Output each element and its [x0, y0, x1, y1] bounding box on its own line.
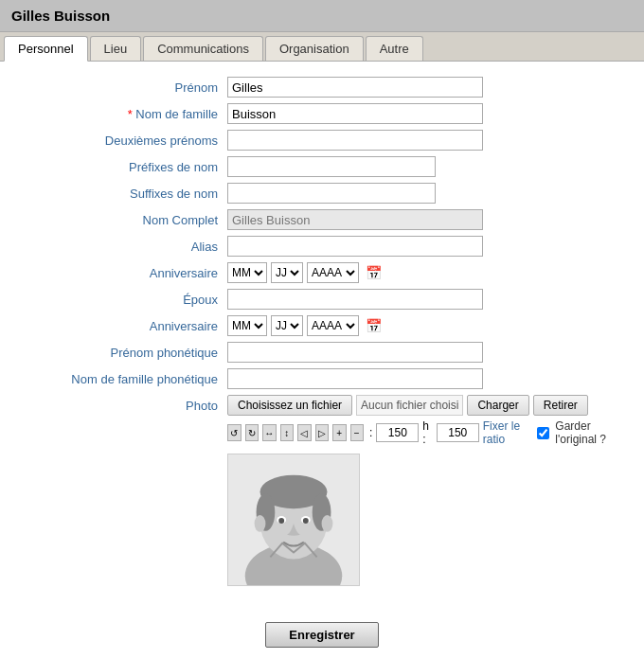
- prefixes-nom-label: Préfixes de nom: [19, 160, 227, 174]
- epoux-row: Époux: [19, 289, 625, 310]
- svg-point-9: [278, 518, 284, 524]
- move-left-icon[interactable]: ◁: [297, 424, 312, 441]
- image-tools-bar: ↺ ↻ ↔ ↕ ◁ ▷ + − : h : Fixer le ratio Gar…: [227, 419, 625, 446]
- spouse-birthday-year-select[interactable]: AAAA: [307, 315, 359, 336]
- zoom-out-icon[interactable]: −: [350, 424, 365, 441]
- epoux-input[interactable]: [227, 289, 483, 310]
- deuxiemes-prenoms-label: Deuxièmes prénoms: [19, 134, 227, 148]
- choose-file-button[interactable]: Choisissez un fichier: [227, 395, 352, 416]
- tab-autre[interactable]: Autre: [366, 36, 423, 61]
- alias-input[interactable]: [227, 236, 483, 257]
- zoom-in-icon[interactable]: +: [332, 424, 347, 441]
- alias-label: Alias: [19, 240, 227, 254]
- rotate-right-icon[interactable]: ↻: [245, 424, 259, 441]
- flip-horizontal-icon[interactable]: ↔: [262, 424, 277, 441]
- rotate-left-icon[interactable]: ↺: [227, 424, 242, 441]
- nom-complet-label: Nom Complet: [19, 213, 227, 227]
- svg-point-11: [255, 515, 266, 532]
- tab-bar: PersonnelLieuCommunicationsOrganisationA…: [0, 32, 644, 62]
- height-separator: h :: [422, 419, 432, 446]
- nom-famille-phonetique-label: Nom de famille phonétique: [19, 372, 227, 386]
- fix-ratio-checkbox[interactable]: [537, 427, 549, 439]
- spouse-birthday-day-select[interactable]: JJ: [271, 315, 303, 336]
- tab-personnel[interactable]: Personnel: [4, 36, 88, 62]
- photo-label: Photo: [19, 395, 227, 413]
- anniversaire2-label: Anniversaire: [19, 319, 227, 333]
- svg-point-10: [303, 518, 309, 524]
- save-button[interactable]: Enregistrer: [265, 622, 378, 648]
- flip-vertical-icon[interactable]: ↕: [280, 424, 295, 441]
- width-input[interactable]: [376, 423, 419, 442]
- file-chosen-label: Aucun fichier choisi: [356, 395, 463, 416]
- svg-point-12: [322, 515, 333, 532]
- remove-button[interactable]: Retirer: [533, 395, 588, 416]
- upload-button[interactable]: Charger: [467, 395, 528, 416]
- nom-complet-input: [227, 209, 483, 230]
- spouse-birthday-calendar-icon[interactable]: 📅: [365, 317, 382, 334]
- epoux-label: Époux: [19, 293, 227, 307]
- prenom-phonetique-label: Prénom phonétique: [19, 346, 227, 360]
- photo-preview: [227, 454, 360, 586]
- width-label: :: [369, 426, 372, 439]
- birthday-calendar-icon[interactable]: 📅: [365, 264, 382, 281]
- footer: Enregistrer: [0, 607, 644, 659]
- prenom-label: Prénom: [19, 80, 227, 95]
- suffixes-nom-row: Suffixes de nom: [19, 183, 625, 204]
- keep-original-label: Garder l'original ?: [555, 419, 625, 446]
- fix-ratio-label: Fixer le ratio: [483, 419, 532, 446]
- nom-famille-row: Nom de famille: [19, 103, 625, 124]
- deuxiemes-prenoms-input[interactable]: [227, 130, 483, 151]
- tab-lieu[interactable]: Lieu: [90, 36, 142, 61]
- nom-famille-label: Nom de famille: [19, 107, 227, 121]
- window-title: Gilles Buisson: [0, 0, 644, 32]
- deuxiemes-prenoms-row: Deuxièmes prénoms: [19, 130, 625, 151]
- prenom-phonetique-input[interactable]: [227, 342, 483, 363]
- nom-complet-row: Nom Complet: [19, 209, 625, 230]
- birthday-month-select[interactable]: MM: [227, 262, 267, 283]
- nom-famille-input[interactable]: [227, 103, 483, 124]
- move-right-icon[interactable]: ▷: [315, 424, 330, 441]
- birthday-day-select[interactable]: JJ: [271, 262, 303, 283]
- tab-organisation[interactable]: Organisation: [265, 36, 364, 61]
- prenom-input[interactable]: [227, 77, 483, 98]
- photo-row: Photo Choisissez un fichier Aucun fichie…: [19, 395, 625, 586]
- prenom-row: Prénom: [19, 77, 625, 98]
- suffixes-nom-input[interactable]: [227, 183, 436, 204]
- suffixes-nom-label: Suffixes de nom: [19, 187, 227, 201]
- nom-famille-phonetique-input[interactable]: [227, 368, 483, 389]
- prefixes-nom-input[interactable]: [227, 156, 436, 177]
- anniversaire2-row: Anniversaire MM JJ AAAA 📅: [19, 315, 625, 336]
- tab-communications[interactable]: Communications: [143, 36, 263, 61]
- nom-famille-phonetique-row: Nom de famille phonétique: [19, 368, 625, 389]
- prenom-phonetique-row: Prénom phonétique: [19, 342, 625, 363]
- prefixes-nom-row: Préfixes de nom: [19, 156, 625, 177]
- anniversaire-row: Anniversaire MM JJ AAAA 📅: [19, 262, 625, 283]
- anniversaire-label: Anniversaire: [19, 266, 227, 280]
- birthday-year-select[interactable]: AAAA: [307, 262, 359, 283]
- alias-row: Alias: [19, 236, 625, 257]
- height-input[interactable]: [437, 423, 479, 442]
- spouse-birthday-month-select[interactable]: MM: [227, 315, 267, 336]
